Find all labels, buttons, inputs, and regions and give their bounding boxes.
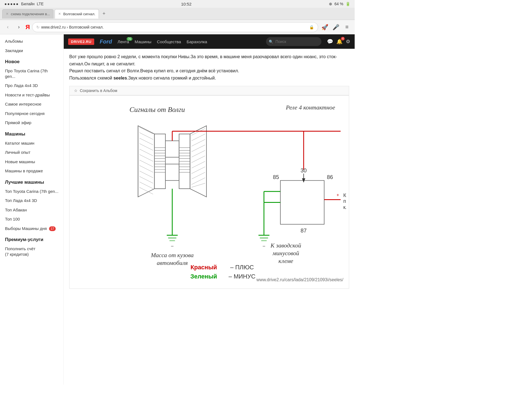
content-area: DRIVE2.RU Ford Лента 76 Машины Сообществ… [64, 34, 355, 385]
svg-text:www.drive2.ru/cars/lada/2109/2: www.drive2.ru/cars/lada/2109/21093i/seel… [256, 277, 344, 282]
rocket-button[interactable]: 🚀 [320, 23, 329, 32]
sidebar-item-cars-for-sale[interactable]: Машины в продаже [0, 166, 63, 176]
svg-text:Масса от кузова: Масса от кузова [150, 252, 193, 259]
status-bar: ●●●●● Билайн LTE 10:52 ⊕ 64 % 🔋 [0, 0, 355, 8]
sidebar-item-top-lada[interactable]: Топ Лада 4x4 3D [0, 196, 63, 205]
sidebar-item-lada-4x4[interactable]: Про Лада 4x4 3D [0, 81, 63, 90]
save-bar[interactable]: ☆ Сохранить в Альбом [69, 86, 349, 95]
sidebar-item-bookmarks[interactable]: Закладки [0, 46, 63, 55]
svg-text:+: + [336, 193, 339, 197]
nav-right: 🚀 🎤 ≡ [320, 23, 351, 32]
svg-text:плюсовой: плюсовой [343, 199, 346, 204]
tab-label-2: Волговский сигнал. [63, 12, 95, 16]
svg-text:87: 87 [301, 227, 307, 234]
svg-text:Зеленый: Зеленый [190, 273, 217, 280]
sidebar-item-live[interactable]: Прямой эфир [0, 118, 63, 127]
carrier-name: Билайн [21, 2, 35, 6]
sidebar-section-premium: Премиум-услуги [0, 233, 63, 244]
sidebar-item-interesting[interactable]: Самое интересное [0, 99, 63, 109]
svg-rect-28 [165, 141, 179, 157]
lenta-badge: 76 [127, 37, 132, 41]
location-icon: ⊕ [329, 2, 332, 6]
signal-dots: ●●●●● [4, 2, 19, 6]
lock-icon: 🔒 [309, 25, 314, 29]
nav-bar: ‹ › Я ↻ www.drive2.ru › Волговский сигна… [0, 20, 355, 34]
svg-text:– ПЛЮС: – ПЛЮС [230, 264, 254, 271]
svg-text:Реле 4 контактное: Реле 4 контактное [286, 104, 335, 111]
sidebar-item-top-100[interactable]: Топ 100 [0, 214, 63, 224]
microphone-button[interactable]: 🎤 [331, 23, 340, 32]
svg-text:–: – [263, 244, 265, 249]
network-type: LTE [37, 2, 44, 6]
article-body: Вот уже прошло ровно 2 недели, с момента… [64, 49, 355, 293]
tab-close-2[interactable]: ✕ [58, 12, 61, 16]
svg-text:К заводской: К заводской [270, 242, 301, 249]
star-icon: ☆ [74, 88, 78, 93]
main-layout: Альбомы Закладки Новое Про Toyota Carina… [0, 34, 355, 385]
article-text: Вот уже прошло ровно 2 недели, с момента… [69, 53, 349, 81]
battery-level: 64 % [334, 2, 343, 6]
menu-button[interactable]: ≡ [342, 23, 351, 32]
new-tab-button[interactable]: + [100, 10, 108, 18]
svg-rect-29 [165, 164, 179, 180]
sidebar-item-catalog[interactable]: Каталог машин [0, 139, 63, 148]
back-button[interactable]: ‹ [3, 23, 12, 32]
address-bar[interactable]: ↻ www.drive2.ru › Волговский сигнал. 🔒 [32, 22, 318, 32]
address-text: www.drive2.ru › Волговский сигнал. [41, 25, 308, 29]
nav-item-lenta[interactable]: Лента 76 [117, 39, 129, 44]
sidebar-item-popular[interactable]: Популярное сегодня [0, 109, 63, 118]
sidebar-item-new-cars[interactable]: Новые машины [0, 157, 63, 167]
sidebar: Альбомы Закладки Новое Про Toyota Carina… [0, 34, 64, 385]
svg-text:Красный: Красный [190, 264, 217, 271]
sidebar-item-news[interactable]: Новости и тест-драйвы [0, 90, 63, 100]
car-of-day-label: Выборы Машины дня [5, 226, 47, 231]
search-wrapper[interactable] [266, 37, 321, 46]
sidebar-item-car-of-day[interactable]: Выборы Машины дня 17 [0, 224, 63, 233]
chat-button[interactable]: 💬 [327, 39, 333, 45]
sidebar-section-cars: Машины [0, 127, 63, 139]
yandex-icon[interactable]: Я [25, 24, 30, 31]
notifications-button[interactable]: 🔔 4 [336, 39, 342, 45]
sidebar-item-top-toyota[interactable]: Топ Toyota Carina (7th gen... [0, 187, 63, 196]
sidebar-item-topup[interactable]: Пополнить счёт (7 кредитов) [0, 244, 63, 259]
nav-item-baraholka[interactable]: Барахолка [186, 39, 207, 44]
svg-text:– МИНУС: – МИНУС [229, 273, 255, 280]
car-of-day-badge: 17 [49, 226, 56, 231]
tab-1[interactable]: ✕ схема подключения в... [2, 9, 53, 19]
sidebar-section-new: Новое [0, 55, 63, 66]
sidebar-item-albums[interactable]: Альбомы [0, 37, 63, 46]
drive2-logo[interactable]: DRIVE2.RU [68, 39, 94, 45]
battery-icon: 🔋 [346, 2, 350, 6]
diagram-container: Сигналы от Волги Реле 4 контактное [69, 95, 349, 289]
drive2-header: DRIVE2.RU Ford Лента 76 Машины Сообществ… [64, 34, 355, 49]
status-time: 10:52 [181, 2, 191, 6]
sidebar-section-best-cars: Лучшие машины [0, 176, 63, 187]
sidebar-item-personal[interactable]: Личный опыт [0, 148, 63, 157]
svg-text:автомобиля: автомобиля [157, 260, 188, 266]
save-to-album-label: Сохранить в Альбом [80, 88, 117, 93]
nav-item-cars[interactable]: Машины [135, 39, 151, 44]
tab-close-1[interactable]: ✕ [6, 12, 9, 16]
svg-text:клеме: клеме [343, 205, 346, 210]
nav-item-communities[interactable]: Сообщества [157, 39, 181, 44]
svg-text:Сигналы от Волги: Сигналы от Волги [129, 106, 185, 114]
svg-text:минусовой: минусовой [272, 250, 299, 257]
tab-bar: ✕ схема подключения в... ✕ Волговский си… [0, 8, 355, 20]
svg-rect-53 [280, 181, 324, 224]
settings-button[interactable]: ⚙ [346, 39, 350, 45]
svg-text:клеме: клеме [278, 258, 293, 264]
wiring-diagram: Сигналы от Волги Реле 4 контактное [72, 98, 346, 285]
status-left: ●●●●● Билайн LTE [4, 2, 44, 6]
tab-2[interactable]: ✕ Волговский сигнал. [55, 9, 99, 19]
refresh-icon[interactable]: ↻ [36, 25, 40, 29]
header-search-input[interactable] [266, 37, 321, 46]
svg-text:86: 86 [327, 174, 333, 180]
sidebar-item-toyota-carina[interactable]: Про Toyota Carina (7th gen... [0, 66, 63, 81]
bold-seeles: seeles [113, 76, 127, 80]
sidebar-item-top-abakan[interactable]: Топ Абакан [0, 205, 63, 215]
header-nav: Лента 76 Машины Сообщества Барахолка [117, 39, 207, 44]
tab-label-1: схема подключения в... [11, 12, 50, 16]
forward-button[interactable]: › [14, 23, 23, 32]
notifications-badge: 4 [341, 37, 345, 40]
ford-logo[interactable]: Ford [100, 39, 112, 45]
